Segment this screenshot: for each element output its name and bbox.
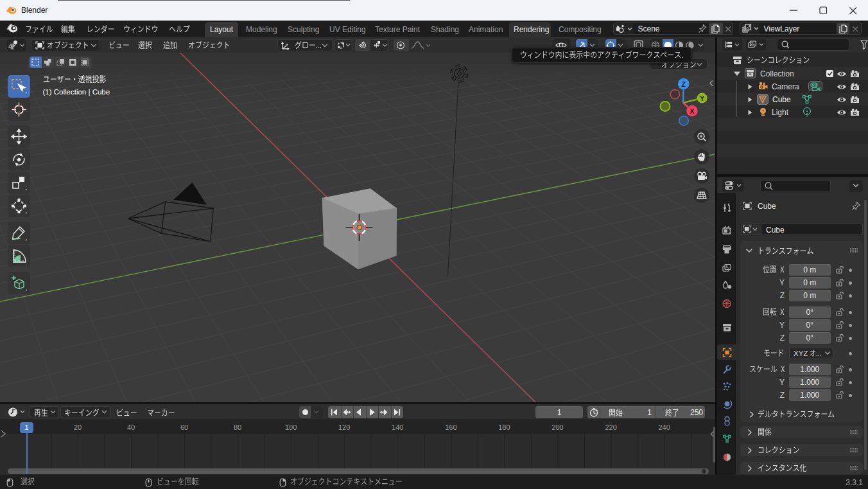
svg-text:Z: Z bbox=[681, 80, 686, 88]
svg-text:X: X bbox=[690, 107, 695, 115]
svg-text:Y: Y bbox=[700, 94, 705, 102]
